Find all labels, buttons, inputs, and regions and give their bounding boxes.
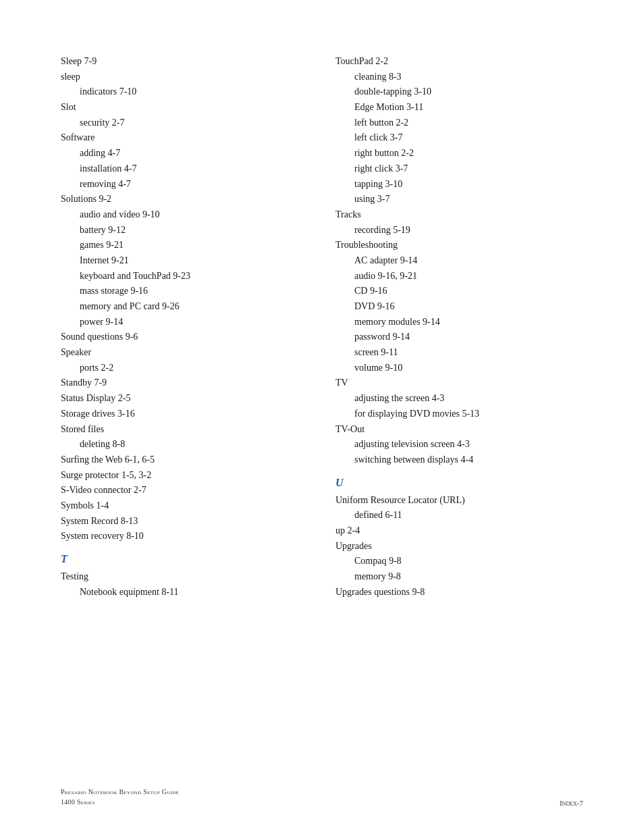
index-main-entry: Troubleshooting	[336, 238, 583, 253]
footer-page: Index-7	[560, 799, 583, 807]
sub-term: right click 3-7	[336, 161, 583, 176]
sub-term: ports 2-2	[61, 361, 308, 375]
sub-term: CD 9-16	[336, 284, 583, 298]
sub-term: Notebook equipment 8-11	[61, 585, 308, 600]
sub-term: adjusting the screen 4-3	[336, 391, 583, 406]
sub-term: DVD 9-16	[336, 299, 583, 314]
index-sub-entry: deleting 8-8	[61, 437, 308, 452]
sub-term: for displaying DVD movies 5-13	[336, 407, 583, 421]
sub-term: Edge Motion 3-11	[336, 100, 583, 115]
index-main-entry: Upgrades	[336, 539, 583, 554]
index-sub-entry: for displaying DVD movies 5-13	[336, 407, 583, 421]
sub-term: mass storage 9-16	[61, 284, 308, 298]
sub-term: left click 3-7	[336, 130, 583, 145]
index-sub-entry: removing 4-7	[61, 177, 308, 192]
index-sub-entry: volume 9-10	[336, 361, 583, 375]
index-main-entry: Symbols 1-4	[61, 498, 308, 513]
sub-term: switching between displays 4-4	[336, 452, 583, 467]
sub-term: tapping 3-10	[336, 177, 583, 192]
index-main-entry: S-Video connector 2-7	[61, 483, 308, 498]
index-sub-entry: games 9-21	[61, 238, 308, 253]
index-main-entry: Tracks	[336, 207, 583, 222]
main-term: Upgrades questions 9-8	[336, 585, 583, 600]
main-term: Sleep 7-9	[61, 54, 308, 69]
index-main-entry: Testing	[61, 569, 308, 584]
index-main-entry: up 2-4	[336, 523, 583, 538]
index-sub-entry: mass storage 9-16	[61, 284, 308, 298]
index-main-entry: Uniform Resource Locator (URL)	[336, 493, 583, 508]
sub-term: power 9-14	[61, 315, 308, 330]
main-term: S-Video connector 2-7	[61, 483, 308, 498]
index-sub-entry: memory 9-8	[336, 569, 583, 584]
footer: Presario Notebook Beyond Setup Guide 140…	[61, 787, 583, 807]
index-main-entry: Software	[61, 130, 308, 145]
index-sub-entry: keyboard and TouchPad 9-23	[61, 269, 308, 284]
left-column: Sleep 7-9sleepindicators 7-10Slotsecurit…	[61, 54, 308, 600]
sub-term: defined 6-11	[336, 508, 583, 523]
main-term: TV-Out	[336, 422, 583, 437]
footer-left: Presario Notebook Beyond Setup Guide 140…	[61, 787, 179, 807]
index-sub-entry: audio 9-16, 9-21	[336, 269, 583, 284]
index-main-entry: Sound questions 9-6	[61, 330, 308, 344]
index-sub-entry: cleaning 8-3	[336, 70, 583, 84]
sub-term: left button 2-2	[336, 115, 583, 130]
main-term: Sound questions 9-6	[61, 330, 308, 344]
index-sub-entry: memory and PC card 9-26	[61, 299, 308, 314]
sub-term: adding 4-7	[61, 146, 308, 161]
index-sub-entry: power 9-14	[61, 315, 308, 330]
main-term: Testing	[61, 569, 308, 584]
main-term: System recovery 8-10	[61, 529, 308, 544]
sub-term: right button 2-2	[336, 146, 583, 161]
main-term: Upgrades	[336, 539, 583, 554]
sub-term: using 3-7	[336, 192, 583, 207]
index-main-entry: Storage drives 3-16	[61, 407, 308, 421]
index-main-entry: TV	[336, 375, 583, 390]
index-sub-entry: screen 9-11	[336, 345, 583, 360]
section-letter: T	[61, 553, 308, 565]
sub-term: recording 5-19	[336, 223, 583, 238]
index-sub-entry: Edge Motion 3-11	[336, 100, 583, 115]
main-term: Software	[61, 130, 308, 145]
main-term: Uniform Resource Locator (URL)	[336, 493, 583, 508]
footer-series: 1400 Series	[61, 798, 95, 806]
index-sub-entry: DVD 9-16	[336, 299, 583, 314]
main-term: TouchPad 2-2	[336, 54, 583, 69]
sub-term: battery 9-12	[61, 223, 308, 238]
index-main-entry: Surge protector 1-5, 3-2	[61, 468, 308, 483]
index-sub-entry: installation 4-7	[61, 161, 308, 176]
index-sub-entry: adjusting the screen 4-3	[336, 391, 583, 406]
index-sub-entry: Internet 9-21	[61, 253, 308, 268]
sub-term: deleting 8-8	[61, 437, 308, 452]
index-sub-entry: using 3-7	[336, 192, 583, 207]
index-main-entry: Speaker	[61, 345, 308, 360]
index-sub-entry: double-tapping 3-10	[336, 84, 583, 99]
index-main-entry: System recovery 8-10	[61, 529, 308, 544]
section-letter: U	[336, 477, 583, 489]
index-sub-entry: memory modules 9-14	[336, 315, 583, 330]
sub-term: Internet 9-21	[61, 253, 308, 268]
main-term: Stored files	[61, 422, 308, 437]
index-sub-entry: recording 5-19	[336, 223, 583, 238]
page: Sleep 7-9sleepindicators 7-10Slotsecurit…	[0, 0, 644, 834]
main-term: Storage drives 3-16	[61, 407, 308, 421]
index-sub-entry: right button 2-2	[336, 146, 583, 161]
index-columns: Sleep 7-9sleepindicators 7-10Slotsecurit…	[61, 54, 583, 600]
sub-term: adjusting television screen 4-3	[336, 437, 583, 452]
sub-term: keyboard and TouchPad 9-23	[61, 269, 308, 284]
index-sub-entry: password 9-14	[336, 330, 583, 344]
index-main-entry: TouchPad 2-2	[336, 54, 583, 69]
index-sub-entry: adding 4-7	[61, 146, 308, 161]
index-main-entry: Solutions 9-2	[61, 192, 308, 207]
main-term: up 2-4	[336, 523, 583, 538]
main-term: Slot	[61, 100, 308, 115]
sub-term: audio 9-16, 9-21	[336, 269, 583, 284]
main-term: Troubleshooting	[336, 238, 583, 253]
index-main-entry: TV-Out	[336, 422, 583, 437]
sub-term: installation 4-7	[61, 161, 308, 176]
index-sub-entry: CD 9-16	[336, 284, 583, 298]
index-sub-entry: switching between displays 4-4	[336, 452, 583, 467]
index-sub-entry: defined 6-11	[336, 508, 583, 523]
main-term: Tracks	[336, 207, 583, 222]
index-main-entry: sleep	[61, 70, 308, 84]
sub-term: memory modules 9-14	[336, 315, 583, 330]
